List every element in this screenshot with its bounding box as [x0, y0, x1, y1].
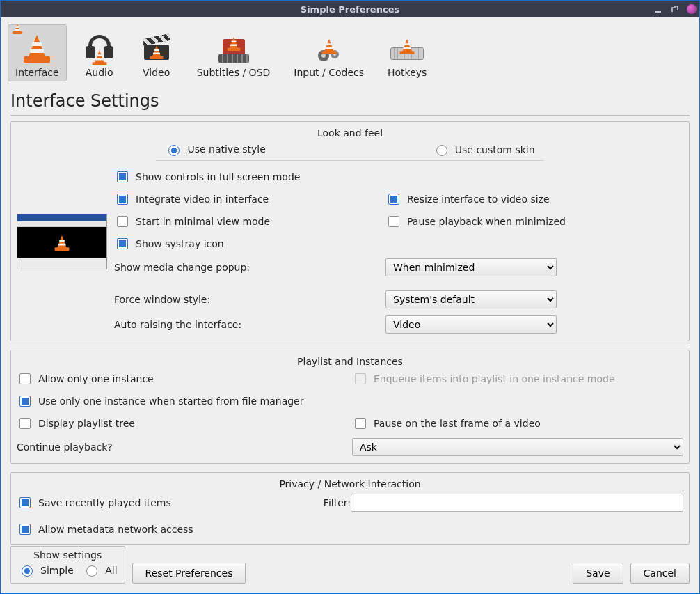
- checkbox-label: Allow only one instance: [38, 373, 154, 384]
- radio-input[interactable]: [168, 145, 180, 156]
- radio-input[interactable]: [436, 145, 447, 156]
- clapperboard-icon: [140, 29, 173, 63]
- group-privacy-network: Privacy / Network Interaction Save recen…: [10, 472, 690, 545]
- category-label: Hotkeys: [388, 67, 427, 78]
- checkbox-input[interactable]: [19, 396, 31, 407]
- checkbox-input[interactable]: [19, 497, 31, 508]
- category-label: Video: [143, 67, 170, 78]
- category-audio[interactable]: Audio: [75, 24, 124, 81]
- checkbox-input[interactable]: [19, 373, 31, 384]
- checkbox-input[interactable]: [19, 418, 31, 429]
- cone-icon: [20, 29, 54, 63]
- checkbox-label: Resize interface to video size: [407, 194, 550, 205]
- category-label: Input / Codecs: [294, 67, 364, 78]
- checkbox-fullscreen-controls[interactable]: Show controls in full screen mode: [114, 169, 566, 185]
- category-subtitles[interactable]: Subtitles / OSD: [189, 24, 278, 81]
- checkbox-systray-icon[interactable]: Show systray icon: [114, 236, 566, 251]
- checkbox-label: Show systray icon: [136, 238, 224, 249]
- checkbox-pause-last-frame[interactable]: Pause on the last frame of a video: [352, 416, 683, 431]
- checkbox-one-instance-filemanager[interactable]: Use only one instance when started from …: [17, 393, 683, 409]
- close-button[interactable]: [687, 4, 697, 14]
- radio-input[interactable]: [22, 565, 33, 577]
- checkbox-input[interactable]: [388, 194, 399, 205]
- window-title: Simple Preferences: [301, 4, 399, 15]
- maximize-button[interactable]: [670, 4, 680, 14]
- page-title: Interface Settings: [10, 91, 690, 111]
- radio-simple-settings[interactable]: Simple: [18, 563, 74, 577]
- radio-label: Simple: [40, 565, 74, 576]
- headphones-icon: [83, 29, 116, 63]
- checkbox-label: Display playlist tree: [38, 418, 135, 429]
- checkbox-playlist-tree[interactable]: Display playlist tree: [17, 416, 352, 431]
- checkbox-label: Integrate video in interface: [136, 194, 269, 205]
- interface-preview-thumbnail: [17, 214, 107, 269]
- select-media-change-popup[interactable]: When minimized: [385, 258, 557, 276]
- checkbox-input[interactable]: [117, 238, 128, 249]
- category-label: Audio: [86, 67, 113, 78]
- radio-custom-skin[interactable]: Use custom skin: [433, 143, 535, 156]
- keyboard-icon: [390, 29, 424, 63]
- footer: Show settings Simple All Reset Preferenc…: [1, 546, 699, 593]
- divider: [156, 160, 544, 161]
- checkbox-input: [355, 373, 366, 384]
- group-title: Look and feel: [17, 126, 683, 143]
- checkbox-input[interactable]: [117, 171, 128, 182]
- group-look-and-feel: Look and feel Use native style Use custo…: [10, 121, 690, 341]
- select-window-style[interactable]: System's default: [385, 290, 557, 308]
- show-settings-group: Show settings Simple All: [10, 546, 125, 584]
- checkbox-minimal-view[interactable]: Start in minimal view mode: [114, 214, 385, 229]
- group-title: Privacy / Network Interaction: [17, 477, 683, 494]
- select-auto-raise[interactable]: Video: [385, 315, 557, 334]
- input-filter[interactable]: [351, 494, 683, 512]
- filmstrip-icon: [217, 29, 250, 63]
- category-input-codecs[interactable]: Input / Codecs: [286, 24, 372, 81]
- group-playlist-instances: Playlist and Instances Allow only one in…: [10, 350, 690, 464]
- divider: [10, 115, 690, 116]
- label-window-style: Force window style:: [114, 294, 385, 305]
- minimize-button[interactable]: [653, 4, 663, 14]
- radio-all-settings[interactable]: All: [83, 563, 117, 577]
- select-continue-playback[interactable]: Ask: [352, 438, 683, 456]
- radio-label: Use custom skin: [455, 144, 535, 155]
- checkbox-label: Pause on the last frame of a video: [374, 418, 541, 429]
- category-hotkeys[interactable]: Hotkeys: [380, 24, 434, 81]
- checkbox-save-recent[interactable]: Save recently played items: [17, 495, 309, 510]
- checkbox-input[interactable]: [355, 418, 366, 429]
- content-area: Look and feel Use native style Use custo…: [1, 121, 699, 546]
- checkbox-label: Pause playback when minimized: [407, 216, 566, 227]
- checkbox-input[interactable]: [117, 216, 128, 227]
- cancel-button[interactable]: Cancel: [630, 563, 690, 584]
- category-video[interactable]: Video: [132, 24, 181, 81]
- radio-label: All: [105, 565, 117, 576]
- checkbox-label: Enqueue items into playlist in one insta…: [374, 373, 615, 384]
- checkbox-label: Use only one instance when started from …: [38, 396, 303, 407]
- checkbox-label: Start in minimal view mode: [136, 216, 270, 227]
- category-toolbar: Interface Audio Video: [1, 17, 699, 81]
- show-settings-label: Show settings: [18, 549, 118, 561]
- checkbox-integrate-video[interactable]: Integrate video in interface: [114, 192, 385, 207]
- reset-preferences-button[interactable]: Reset Preferences: [132, 563, 246, 584]
- category-label: Subtitles / OSD: [197, 67, 271, 78]
- label-media-change-popup: Show media change popup:: [114, 262, 385, 273]
- radio-input[interactable]: [86, 565, 97, 577]
- checkbox-resize-interface[interactable]: Resize interface to video size: [385, 192, 566, 207]
- label-filter: Filter:: [309, 497, 351, 508]
- radio-label: Use native style: [187, 143, 265, 155]
- checkbox-one-instance[interactable]: Allow only one instance: [17, 371, 352, 386]
- save-button[interactable]: Save: [573, 563, 623, 584]
- checkbox-input[interactable]: [117, 194, 128, 205]
- checkbox-label: Show controls in full screen mode: [136, 171, 300, 182]
- checkbox-metadata-network[interactable]: Allow metadata network access: [17, 522, 683, 537]
- checkbox-label: Save recently played items: [38, 497, 171, 508]
- checkbox-input[interactable]: [388, 216, 399, 227]
- preferences-window: Simple Preferences Interface: [0, 0, 700, 594]
- titlebar: Simple Preferences: [1, 1, 699, 17]
- radio-native-style[interactable]: Use native style: [165, 143, 265, 156]
- label-continue-playback: Continue playback?: [17, 441, 345, 453]
- checkbox-input[interactable]: [19, 524, 31, 535]
- checkbox-pause-minimized[interactable]: Pause playback when minimized: [385, 214, 566, 229]
- app-icon: [3, 3, 15, 15]
- category-label: Interface: [15, 67, 59, 78]
- label-auto-raise: Auto raising the interface:: [114, 319, 385, 330]
- group-title: Playlist and Instances: [17, 354, 683, 371]
